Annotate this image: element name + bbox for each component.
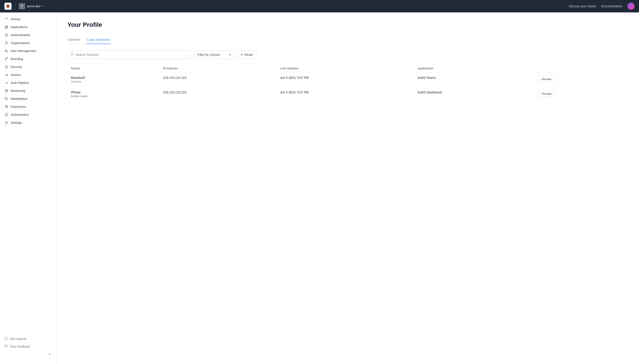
chevron-icon: › — [51, 50, 52, 52]
security-icon — [5, 65, 9, 69]
revoke-button-0[interactable]: Revoke — [538, 76, 555, 82]
cell-device-0: Macintosh Chrome — [67, 72, 159, 87]
extensions-icon — [5, 105, 9, 109]
table-header: DeviceIP AddressLast UpdatedApplication — [67, 64, 628, 72]
user-avatar[interactable] — [627, 3, 634, 10]
sessions-table: DeviceIP AddressLast UpdatedApplication … — [67, 64, 628, 102]
col-application: Application — [414, 64, 535, 72]
sidebar-label-applications: Applications — [11, 25, 49, 29]
sidebar-label-branding: Branding — [11, 57, 52, 61]
sidebar-item-settings[interactable]: Settings — [0, 119, 57, 127]
filter-device-dropdown[interactable]: Filter by: Device ▾ — [194, 50, 234, 59]
cell-device-1: iPhone Mobile Safari — [67, 87, 159, 102]
sidebar-item-authorization[interactable]: Authorization — [0, 111, 57, 119]
svg-rect-10 — [5, 106, 7, 107]
cell-application-0: Auth0 Teams — [414, 72, 535, 87]
applications-icon — [5, 25, 9, 29]
sidebar-item-activity[interactable]: Activity — [0, 15, 57, 23]
sidebar-label-actions: Actions — [11, 73, 49, 76]
main-content: Your Profile GeneralLogin Sessions Filte… — [57, 12, 639, 364]
sidebar-item-auth-pipeline[interactable]: Auth Pipeline › — [0, 79, 57, 87]
sidebar-item-branding[interactable]: Branding — [0, 55, 57, 63]
sidebar-label-monitoring: Monitoring — [11, 89, 49, 92]
svg-rect-11 — [7, 107, 8, 108]
organizations-icon — [5, 41, 9, 45]
chevron-icon: › — [51, 34, 52, 36]
cell-updated-1: Jun 5 2023, 5:57 PM — [277, 87, 414, 102]
reset-button[interactable]: ✕ Reset — [237, 50, 257, 59]
sidebar-item-actions[interactable]: Actions › — [0, 71, 57, 79]
settings-icon — [5, 121, 9, 125]
sidebar-label-auth-pipeline: Auth Pipeline — [11, 81, 49, 84]
reset-label: Reset — [245, 53, 253, 56]
svg-rect-2 — [5, 27, 6, 28]
sidebar-label-user-management: User Management — [11, 49, 49, 53]
sidebar-label-security: Security — [11, 65, 49, 69]
device-browser-0: Chrome — [71, 80, 156, 83]
filter-chevron-icon: ▾ — [229, 53, 231, 56]
sidebar-item-get-support[interactable]: Get support — [0, 335, 57, 342]
profile-tabs: GeneralLogin Sessions — [67, 36, 628, 44]
cell-ip-0: 123.123.123.123 — [159, 72, 277, 87]
tenant-icon: T — [19, 3, 25, 9]
branding-icon — [5, 57, 9, 61]
documentation-link[interactable]: Documentation — [601, 4, 622, 8]
table-row: iPhone Mobile Safari 123.123.123.123 Jun… — [67, 87, 628, 102]
sidebar-label-authentication: Authentication — [11, 33, 49, 37]
table-body: Macintosh Chrome 123.123.123.123 Jun 5 2… — [67, 72, 628, 102]
sidebar-collapse-button[interactable] — [0, 350, 57, 358]
device-browser-1: Mobile Safari — [71, 94, 156, 98]
nav-divider — [15, 3, 15, 9]
auth-pipeline-icon — [5, 81, 9, 85]
sidebar: Activity Applications › Authentication ›… — [0, 12, 57, 364]
topnav: T acme-dev ▾ Discuss your needs Document… — [0, 0, 639, 12]
sidebar-item-monitoring[interactable]: Monitoring › — [0, 87, 57, 95]
svg-point-5 — [6, 42, 7, 43]
monitoring-icon — [5, 89, 9, 93]
sidebar-item-user-management[interactable]: User Management › — [0, 47, 57, 55]
marketplace-icon — [5, 97, 9, 101]
tenant-selector[interactable]: T acme-dev ▾ — [19, 3, 44, 9]
logo[interactable] — [5, 3, 12, 10]
svg-point-15 — [6, 339, 7, 340]
tab-login-sessions[interactable]: Login Sessions — [86, 36, 111, 44]
revoke-button-1[interactable]: Revoke — [538, 90, 555, 97]
app-layout: Activity Applications › Authentication ›… — [0, 12, 639, 364]
svg-point-12 — [5, 113, 8, 116]
col-actions — [534, 64, 628, 72]
cell-updated-0: Jun 5 2023, 5:57 PM — [277, 72, 414, 87]
svg-rect-4 — [5, 35, 8, 36]
reset-x-icon: ✕ — [241, 53, 243, 56]
cell-application-1: Auth0 Dashboard — [414, 87, 535, 102]
svg-point-8 — [6, 100, 6, 100]
sidebar-item-marketplace[interactable]: Marketplace — [0, 95, 57, 103]
svg-rect-1 — [7, 26, 8, 27]
sidebar-item-authentication[interactable]: Authentication › — [0, 31, 57, 39]
support-icon — [5, 336, 8, 341]
cell-revoke-0: Revoke — [534, 72, 628, 87]
search-input[interactable] — [76, 53, 189, 56]
tab-general[interactable]: General — [67, 36, 81, 44]
chevron-icon: › — [51, 66, 52, 68]
search-box — [67, 50, 191, 59]
sidebar-item-security[interactable]: Security › — [0, 63, 57, 71]
sidebar-item-organizations[interactable]: Organizations — [0, 39, 57, 47]
sidebar-label-activity: Activity — [11, 17, 52, 21]
sidebar-item-give-feedback[interactable]: Give feedback — [0, 342, 57, 350]
svg-rect-3 — [7, 27, 8, 28]
discuss-needs-link[interactable]: Discuss your needs — [569, 4, 596, 8]
sessions-toolbar: Filter by: Device ▾ ✕ Reset — [67, 50, 628, 59]
sidebar-item-applications[interactable]: Applications › — [0, 23, 57, 31]
tenant-name: acme-dev — [27, 4, 40, 8]
table-row: Macintosh Chrome 123.123.123.123 Jun 5 2… — [67, 72, 628, 87]
sidebar-bottom: Get support Give feedback — [0, 331, 57, 361]
feedback-icon — [5, 344, 8, 348]
col-device: Device — [67, 64, 159, 72]
sidebar-item-extensions[interactable]: Extensions — [0, 103, 57, 111]
svg-point-9 — [7, 100, 7, 100]
chevron-icon: › — [51, 26, 52, 28]
device-name-1: iPhone — [71, 90, 156, 94]
chevron-icon: › — [51, 90, 52, 92]
sidebar-label-authorization: Authorization — [11, 113, 52, 116]
authorization-icon — [5, 113, 9, 117]
